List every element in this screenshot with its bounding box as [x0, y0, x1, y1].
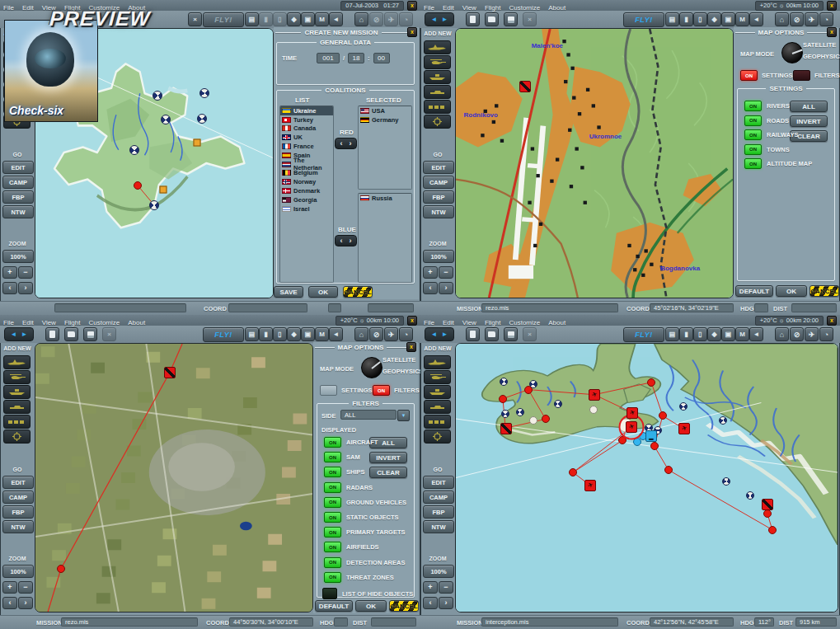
- layer-toggle-airfields[interactable]: ONAIRFIELDS: [324, 542, 379, 552]
- camp-button[interactable]: CAMP: [2, 491, 34, 504]
- waypoint-marker[interactable]: [569, 468, 577, 476]
- waypoint-marker[interactable]: [664, 466, 673, 474]
- country-russia[interactable]: Russia: [359, 194, 411, 203]
- zoom-in-button[interactable]: +: [2, 581, 17, 594]
- red-coalition-box[interactable]: USAGermany: [358, 106, 412, 190]
- tool-payload[interactable]: ▮: [259, 327, 273, 341]
- menu-view[interactable]: View: [42, 319, 56, 326]
- add-target-button[interactable]: [424, 115, 451, 129]
- ntw-button[interactable]: NTW: [2, 205, 34, 218]
- fbp-button[interactable]: FBP: [423, 190, 454, 204]
- add-target-button[interactable]: [424, 430, 451, 444]
- close-mission-button[interactable]: ×: [523, 12, 537, 26]
- default-button[interactable]: DEFAULT: [315, 600, 353, 612]
- tool-sound[interactable]: ◄: [329, 12, 343, 26]
- layer-toggle-threat-zones[interactable]: ONTHREAT ZONES: [324, 572, 394, 583]
- mission-minute-field[interactable]: 00: [373, 53, 390, 63]
- tool-roster[interactable]: ▤: [245, 327, 259, 341]
- tool-sound[interactable]: ◄: [749, 12, 763, 26]
- close-icon[interactable]: x: [407, 316, 417, 326]
- waypoint-marker-neutral[interactable]: [529, 416, 537, 425]
- airfield-icon[interactable]: [719, 416, 727, 425]
- zoom-level-button[interactable]: 100%: [2, 250, 34, 263]
- pan-left-button[interactable]: ‹: [423, 597, 438, 609]
- unit-icon-red-helo[interactable]: ✈: [589, 389, 600, 401]
- menu-flight[interactable]: Flight: [64, 319, 81, 326]
- country-norway[interactable]: Norway: [280, 177, 333, 186]
- zoom-out-button[interactable]: −: [18, 581, 33, 594]
- menu-edit[interactable]: Edit: [22, 319, 34, 326]
- waypoint-marker[interactable]: [57, 565, 65, 573]
- tool-home[interactable]: ⌂: [775, 327, 789, 341]
- nav-back-icon[interactable]: ◄: [431, 331, 438, 338]
- menu-file[interactable]: File: [3, 4, 14, 12]
- close-icon[interactable]: x: [407, 1, 417, 11]
- unit-icon-red-jet[interactable]: ✈: [584, 480, 596, 491]
- nav-back-icon[interactable]: ◄: [11, 331, 17, 338]
- nav-forward-icon[interactable]: ►: [21, 331, 28, 338]
- country-georgia[interactable]: Georgia: [280, 195, 333, 204]
- airfield-icon[interactable]: [500, 378, 508, 386]
- filters-toggle[interactable]: ON: [373, 385, 390, 396]
- country-france[interactable]: France: [280, 142, 333, 151]
- tool-clock[interactable]: ◔: [399, 12, 413, 26]
- add-ship-button[interactable]: [424, 385, 451, 399]
- menu-file[interactable]: File: [424, 4, 434, 12]
- all-button[interactable]: ALL: [790, 101, 828, 112]
- move-left-icon[interactable]: ‹: [337, 139, 345, 148]
- on-toggle[interactable]: ON: [744, 101, 762, 111]
- new-mission-button[interactable]: [466, 12, 480, 26]
- hide-objects-toggle[interactable]: [322, 588, 337, 599]
- settings-toggle[interactable]: ON: [740, 70, 758, 81]
- ok-button[interactable]: OK: [776, 285, 807, 297]
- on-toggle[interactable]: ON: [324, 467, 341, 477]
- airfield-icon[interactable]: [149, 200, 159, 210]
- tool-restrictions[interactable]: ⊘: [369, 12, 383, 26]
- unit-icon-red-diag[interactable]: [762, 499, 773, 510]
- tool-restrictions[interactable]: ⊘: [369, 327, 383, 341]
- cancel-button[interactable]: CANCEL: [343, 286, 373, 298]
- waypoint-marker[interactable]: [524, 386, 533, 394]
- layer-toggle-roads[interactable]: ONROADS: [744, 115, 789, 126]
- tool-goals[interactable]: M: [735, 12, 749, 26]
- airfield-icon[interactable]: [516, 408, 524, 416]
- add-ship-button[interactable]: [424, 70, 451, 84]
- on-toggle[interactable]: ON: [744, 144, 762, 155]
- tool-aircraft[interactable]: ✈: [805, 327, 819, 341]
- mission-map-strategic[interactable]: ✈✈✈✈▂✈: [455, 343, 838, 613]
- tool-goals[interactable]: M: [315, 327, 329, 341]
- waypoint-marker[interactable]: [499, 395, 507, 403]
- pan-left-button[interactable]: ‹: [2, 282, 17, 294]
- pan-right-button[interactable]: ›: [439, 597, 453, 609]
- add-ship-button[interactable]: [3, 385, 31, 399]
- camp-button[interactable]: CAMP: [2, 176, 34, 189]
- tool-aircraft[interactable]: ✈: [805, 12, 819, 26]
- ntw-button[interactable]: NTW: [423, 205, 454, 218]
- pan-right-button[interactable]: ›: [18, 282, 33, 294]
- tool-briefing[interactable]: ▣: [721, 327, 735, 341]
- cancel-button[interactable]: CANCEL: [809, 285, 839, 297]
- add-train-button[interactable]: [424, 415, 451, 429]
- tool-loadout[interactable]: ▯: [273, 12, 287, 26]
- open-mission-button[interactable]: [485, 12, 499, 26]
- pan-left-button[interactable]: ‹: [2, 597, 17, 609]
- add-vehicle-button[interactable]: [424, 400, 451, 414]
- unit-icon-red-diag[interactable]: [519, 81, 531, 92]
- nav-arrows[interactable]: ◄►: [425, 327, 454, 341]
- menu-customize[interactable]: Customize: [88, 319, 120, 326]
- nav-forward-icon[interactable]: ►: [442, 16, 448, 23]
- menu-about[interactable]: About: [548, 319, 565, 326]
- airfield-icon[interactable]: [153, 91, 162, 101]
- pan-right-button[interactable]: ›: [439, 282, 453, 294]
- tool-goals[interactable]: M: [315, 12, 329, 26]
- tool-sound[interactable]: ◄: [329, 327, 343, 341]
- layer-toggle-rivers[interactable]: ONRIVERS: [744, 101, 790, 111]
- country-turkey[interactable]: Turkey: [280, 115, 333, 124]
- fbp-button[interactable]: FBP: [2, 190, 34, 204]
- tool-clock[interactable]: ◔: [819, 12, 833, 26]
- layer-toggle-detection-areas[interactable]: ONDETECTION AREAS: [324, 557, 405, 568]
- country-canada[interactable]: Canada: [280, 124, 333, 134]
- menu-customize[interactable]: Customize: [509, 4, 540, 12]
- zoom-in-button[interactable]: +: [2, 266, 17, 279]
- move-left-icon[interactable]: ‹: [337, 237, 345, 245]
